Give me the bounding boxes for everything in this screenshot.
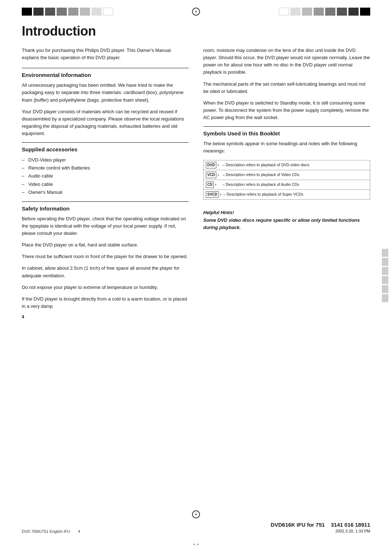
right-p3: When the DVD player is switched to Stand…: [203, 99, 370, 121]
two-column-layout: Thank you for purchasing this Philips DV…: [22, 47, 370, 319]
footer-model: DVD616K IFU for 751 3141 016 18911: [271, 521, 370, 528]
mark-gray2-r: [337, 8, 347, 16]
safety-p4: In cabinet, allow about 2.5cm (1 inch) o…: [22, 265, 189, 279]
mark-white-r: [279, 8, 289, 16]
svcd-desc: – Description refers to playback of Supe…: [224, 192, 303, 197]
divider-symbols: [203, 126, 370, 127]
vcd-badge: VCD ›: [206, 172, 220, 178]
mark-gray6-r: [290, 8, 301, 16]
mark-gray4: [68, 8, 78, 16]
page-title: Introduction: [22, 24, 370, 39]
marks-right: [279, 8, 370, 16]
mark-gray3: [57, 8, 67, 16]
cd-desc: – Description refers to playback of Audi…: [222, 182, 299, 187]
bottom-quotes: " ": [0, 541, 392, 551]
list-item-audio: Audio cable: [22, 172, 189, 180]
mark-gray3-r: [325, 8, 335, 16]
helpful-hints-title: Helpful Hints!: [203, 210, 370, 215]
dvd-badge: DVD ›: [206, 162, 220, 168]
safety-p1: Before operating the DVD player, check t…: [22, 215, 189, 237]
bottom-center-mark-row: [0, 508, 392, 520]
list-item-manual: Owner's Manual: [22, 188, 189, 196]
mark-gray1-r: [348, 8, 359, 16]
svcd-badge: SVCD ›: [206, 191, 221, 198]
mark-black-r: [360, 8, 370, 16]
supplied-title: Supplied accessories: [22, 146, 189, 152]
safety-title: Safety Information: [22, 205, 189, 212]
bottom-registration-mark: [192, 510, 200, 518]
mark-white: [103, 8, 113, 16]
symbols-intro: The below symbols appear in some heading…: [203, 140, 370, 155]
divider-supplied: [22, 142, 189, 143]
footer-line: DVD 765K/751 English IFU 4 DVD616K IFU f…: [0, 520, 392, 541]
right-p2: The mechanical parts of the set contain …: [203, 81, 370, 95]
divider-environmental: [22, 68, 189, 68]
page-container: Introduction Thank you for purchasing th…: [0, 0, 392, 551]
page-number: 4: [22, 314, 189, 319]
mark-gray5-r: [302, 8, 312, 16]
environmental-p1: All unnecessary packaging has been omitt…: [22, 82, 189, 103]
footer-center-page: 4: [78, 529, 80, 534]
footer-date: 2002.3.20, 1:33 PM: [271, 528, 370, 534]
list-item: DVD-Video player: [22, 156, 189, 164]
symbols-table: DVD › – Description refers to playback o…: [203, 160, 370, 200]
safety-p2: Place the DVD player on a flat, hard and…: [22, 241, 189, 249]
environmental-title: Environmental Information: [22, 72, 189, 78]
list-item-remote: Remote control with Batteries: [22, 164, 189, 172]
safety-p6: If the DVD player is brought directly fr…: [22, 295, 189, 310]
symbol-row-dvd: DVD › – Description refers to playback o…: [204, 160, 370, 170]
right-p1: room, moisture may condense on the lens …: [203, 47, 370, 76]
mark-gray4-r: [314, 8, 324, 16]
footer-left-text: DVD 765K/751 English IFU 4: [22, 529, 80, 534]
safety-p5: Do not expose your player to extreme of …: [22, 284, 189, 291]
footer-document-id: DVD 765K/751 English IFU: [22, 529, 70, 534]
side-registration-marks: [382, 249, 388, 302]
accessories-list: DVD-Video player Remote control with Bat…: [22, 156, 189, 196]
center-registration-mark: [192, 8, 200, 16]
divider-safety: [22, 201, 189, 202]
footer-right: DVD616K IFU for 751 3141 016 18911 2002.…: [271, 521, 370, 534]
symbol-row-svcd: SVCD › – Description refers to playback …: [204, 190, 370, 199]
mark-gray1: [33, 8, 44, 16]
vcd-desc: – Description refers to playback of Vide…: [222, 172, 299, 177]
right-column: room, moisture may condense on the lens …: [203, 47, 370, 319]
main-content: Introduction Thank you for purchasing th…: [0, 20, 392, 334]
marks-left: [22, 8, 113, 16]
intro-paragraph: Thank you for purchasing this Philips DV…: [22, 47, 189, 61]
dvd-desc: – Description refers to playback of DVD-…: [222, 162, 309, 168]
safety-p3: There must be sufficient room in front o…: [22, 253, 189, 260]
cd-badge: CD ›: [206, 181, 220, 188]
bottom-area: DVD 765K/751 English IFU 4 DVD616K IFU f…: [0, 508, 392, 551]
mark-gray6: [91, 8, 102, 16]
mark-black: [22, 8, 32, 16]
symbols-title: Symbols Used in this Booklet: [203, 130, 370, 136]
symbol-row-vcd: VCD › – Description refers to playback o…: [204, 170, 370, 180]
environmental-p2: Your DVD player consists of materials wh…: [22, 108, 189, 138]
mark-gray5: [80, 8, 90, 16]
helpful-hints-body: Some DVD video discs require specific or…: [203, 217, 370, 231]
top-registration-marks: [0, 0, 392, 20]
list-item-video: Video cable: [22, 180, 189, 188]
helpful-hints-section: Helpful Hints! Some DVD video discs requ…: [203, 210, 370, 231]
symbol-row-cd: CD › – Description refers to playback of…: [204, 180, 370, 190]
left-column: Thank you for purchasing this Philips DV…: [22, 47, 189, 319]
mark-gray2: [45, 8, 55, 16]
